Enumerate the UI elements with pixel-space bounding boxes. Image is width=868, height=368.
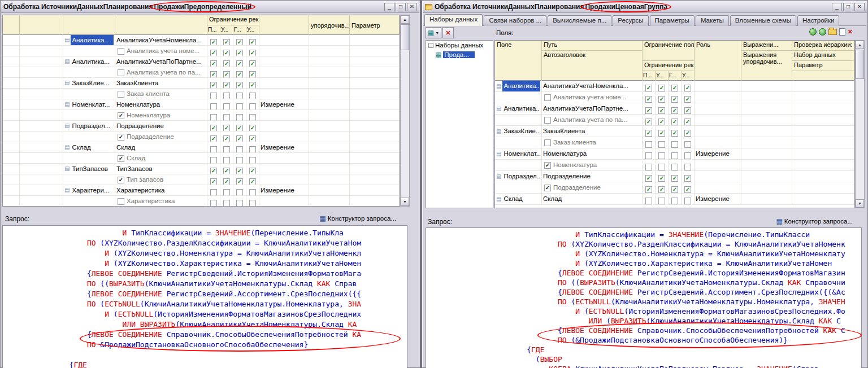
field-cell[interactable]: ▤Аналитика...	[63, 35, 115, 46]
checkbox[interactable]	[645, 198, 652, 204]
expression-cell[interactable]	[309, 110, 350, 121]
restriction-cell[interactable]: ✓	[233, 78, 246, 89]
checkbox[interactable]: ✓	[671, 85, 678, 91]
restriction-cell[interactable]: ✓	[656, 182, 669, 194]
auto-title-cell[interactable]: ✓Подразделение	[542, 182, 643, 194]
role-cell[interactable]	[695, 160, 741, 171]
checkbox[interactable]: ✓	[249, 125, 256, 132]
checkbox[interactable]: ✓	[684, 186, 691, 193]
checkbox[interactable]	[236, 114, 243, 121]
checkbox[interactable]	[249, 103, 256, 110]
field-row[interactable]: ▤Аналитика...АналитикаУчетаПоПартне...✓✓…	[3, 56, 400, 67]
restriction-cell[interactable]: ✓	[233, 164, 246, 174]
parameter-cell[interactable]	[350, 132, 400, 142]
checkbox[interactable]	[249, 189, 256, 196]
expression-cell[interactable]	[309, 196, 350, 207]
restriction-cell[interactable]	[220, 89, 233, 99]
checkbox[interactable]: ✓	[236, 125, 243, 132]
restriction-cell[interactable]	[643, 194, 656, 205]
checkbox[interactable]: ✓	[684, 96, 691, 103]
checkbox[interactable]	[118, 69, 124, 76]
restriction-cell[interactable]: ✓	[246, 46, 259, 56]
checkbox[interactable]: ✓	[658, 175, 665, 182]
field-cell[interactable]: ▤Аналитика...	[495, 103, 542, 115]
role-cell[interactable]	[259, 56, 309, 67]
spacer-cell[interactable]	[3, 174, 20, 185]
role-cell[interactable]	[259, 89, 309, 99]
expression-cell[interactable]	[309, 56, 350, 67]
restriction-cell[interactable]: ✓	[682, 92, 695, 103]
query-builder-link[interactable]: ▦ Конструктор запроса...	[776, 217, 853, 225]
delete-dataset-button[interactable]: ✕	[442, 27, 454, 38]
parameter-cell[interactable]	[350, 35, 400, 46]
expression-cell[interactable]	[741, 171, 792, 182]
add-folder-icon[interactable]	[828, 29, 837, 35]
restriction-cell[interactable]: ✓	[246, 67, 259, 78]
field-cell[interactable]	[63, 153, 115, 164]
expression-cell[interactable]	[309, 46, 350, 56]
auto-title-row[interactable]: ✓Тип запасов✓✓✓✓	[3, 174, 400, 185]
checkbox[interactable]: ✓	[544, 185, 551, 191]
checkbox[interactable]	[210, 157, 217, 164]
scroll-up-icon[interactable]: ▲	[856, 41, 864, 49]
role-cell[interactable]	[695, 103, 741, 115]
checkbox[interactable]: ✓	[645, 130, 652, 137]
query-builder-link[interactable]: ▦ Конструктор запроса...	[319, 214, 396, 222]
restriction-cell[interactable]: ✓	[220, 35, 233, 46]
checkbox[interactable]: ✓	[684, 119, 691, 125]
restriction-cell[interactable]	[246, 153, 259, 164]
query-text-area[interactable]: И ТипКлассификации = ЗНАЧЕНИЕ(Перечислен…	[426, 227, 862, 368]
checkbox[interactable]	[210, 146, 217, 153]
restriction-cell[interactable]: ✓	[643, 115, 656, 126]
checkbox[interactable]	[210, 200, 217, 207]
tab-3[interactable]: Вычисляемые п...	[548, 15, 611, 26]
role-cell[interactable]	[695, 171, 741, 182]
restriction-cell[interactable]: ✓	[220, 132, 233, 142]
minimize-button[interactable]: _	[384, 3, 394, 11]
auto-title-cell[interactable]: ✓Номенклатура	[542, 160, 643, 171]
checkbox[interactable]: ✓	[684, 107, 691, 114]
parameter-cell[interactable]	[792, 194, 854, 205]
field-grid-scrollbar[interactable]: ▲ ▼	[400, 15, 410, 207]
restriction-cell[interactable]	[669, 160, 682, 171]
path-cell[interactable]: АналитикаУчетаНоменкла...	[115, 35, 207, 46]
expression-cell[interactable]	[309, 142, 350, 153]
checkbox[interactable]	[658, 198, 665, 204]
checkbox[interactable]: ✓	[210, 50, 217, 56]
checkbox[interactable]	[658, 164, 665, 170]
checkbox[interactable]: ✓	[645, 119, 652, 125]
tree-item-dataset[interactable]: ▦ Прода...	[426, 50, 493, 60]
checkbox[interactable]	[684, 164, 691, 170]
spacer-cell[interactable]	[3, 142, 20, 153]
parameter-cell[interactable]	[792, 81, 854, 92]
parameter-cell[interactable]	[350, 67, 400, 78]
checkbox[interactable]: ✓	[223, 60, 230, 67]
role-cell[interactable]	[259, 174, 309, 185]
tab-6[interactable]: Макеты	[696, 15, 729, 26]
checkbox[interactable]: ✓	[118, 177, 124, 183]
restriction-cell[interactable]	[682, 148, 695, 160]
checkbox[interactable]	[223, 157, 230, 164]
checkbox[interactable]	[658, 141, 665, 148]
auto-title-row[interactable]: Аналитика учета по па...✓✓✓✓	[3, 67, 400, 78]
restriction-cell[interactable]: ✓	[233, 56, 246, 67]
parameter-cell[interactable]	[792, 126, 854, 137]
checkbox[interactable]: ✓	[249, 178, 256, 185]
checkbox[interactable]	[671, 164, 678, 170]
field-cell[interactable]	[495, 160, 542, 171]
checkbox[interactable]: ✓	[658, 96, 665, 103]
checkbox[interactable]: ✓	[223, 125, 230, 132]
checkbox[interactable]	[249, 114, 256, 121]
checkbox[interactable]	[684, 141, 691, 148]
checkbox[interactable]	[544, 117, 551, 124]
checkbox[interactable]: ✓	[236, 50, 243, 56]
field-cell[interactable]	[63, 196, 115, 207]
checkbox[interactable]: ✓	[223, 50, 230, 56]
restriction-cell[interactable]: ✓	[220, 121, 233, 132]
checkbox[interactable]: ✓	[210, 135, 217, 142]
expression-cell[interactable]	[741, 92, 792, 103]
restriction-cell[interactable]: ✓	[233, 174, 246, 185]
add-item-icon[interactable]	[839, 28, 845, 36]
spacer-cell[interactable]	[3, 110, 20, 121]
checkbox[interactable]: ✓	[671, 107, 678, 114]
